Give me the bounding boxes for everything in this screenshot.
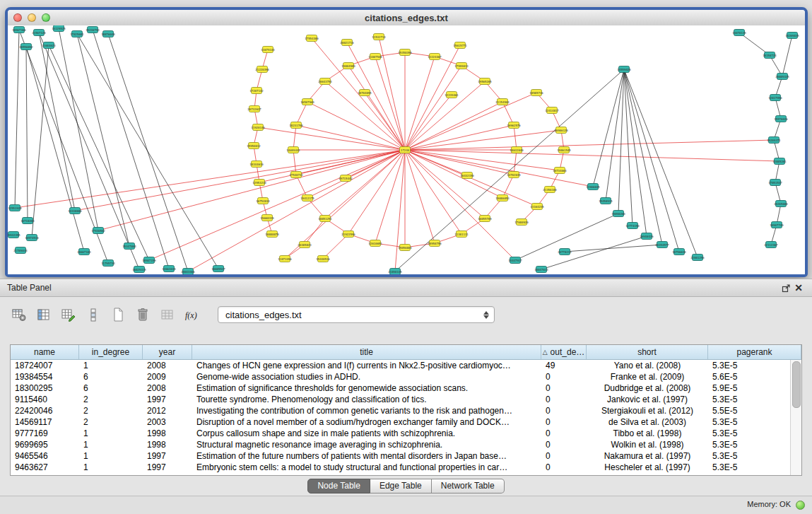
network-node[interactable]: 21890145: [388, 269, 402, 275]
rows-button[interactable]: [84, 306, 102, 323]
network-node[interactable]: 17207142: [249, 88, 264, 94]
network-node[interactable]: 16962576: [507, 122, 521, 129]
network-node[interactable]: 20021716: [340, 40, 354, 46]
network-node[interactable]: 19098260: [611, 211, 625, 217]
network-node[interactable]: 17936502: [91, 228, 105, 234]
network-node[interactable]: 20265688: [774, 201, 788, 207]
scrollbar-thumb[interactable]: [792, 361, 801, 408]
close-panel-button[interactable]: ✕: [792, 281, 805, 294]
network-node[interactable]: 12774150: [625, 223, 640, 229]
network-node[interactable]: 15347804: [122, 243, 136, 250]
new-file-button[interactable]: [109, 306, 127, 323]
table-row[interactable]: 911546021997Tourette syndrome. Phenomeno…: [11, 394, 791, 405]
network-node[interactable]: 12953210: [252, 180, 266, 186]
network-node[interactable]: 12663039: [162, 266, 176, 272]
window-titlebar[interactable]: citations_edges.txt: [8, 10, 805, 26]
table-row[interactable]: 969969511998Structural magnetic resonanc…: [11, 439, 791, 450]
network-node[interactable]: 21789034: [13, 247, 28, 254]
network-node[interactable]: 17680920: [514, 219, 529, 226]
network-node[interactable]: 14670139: [732, 30, 746, 36]
network-node[interactable]: 16432150: [460, 173, 474, 179]
network-node[interactable]: 10851251: [318, 216, 332, 222]
network-node[interactable]: 17051537: [768, 180, 782, 186]
network-node[interactable]: 21922596: [341, 231, 355, 238]
table-row[interactable]: 1830029562008Estimation of significance …: [11, 382, 791, 394]
network-node[interactable]: 20643754: [318, 78, 332, 85]
table-settings-button[interactable]: [10, 306, 28, 323]
network-node[interactable]: 14129525: [52, 25, 66, 32]
tab-node-table[interactable]: Node Table: [307, 479, 370, 493]
network-node[interactable]: 12610651: [368, 240, 382, 247]
network-node[interactable]: 18632040: [510, 147, 524, 153]
network-node[interactable]: 11920140: [251, 124, 265, 131]
tab-network-table[interactable]: Network Table: [432, 479, 505, 493]
network-node[interactable]: 19932355: [8, 232, 20, 238]
network-node[interactable]: 12414817: [545, 107, 559, 114]
network-node[interactable]: 11381111: [454, 231, 469, 238]
table-row[interactable]: 2242004622012Investigating the contribut…: [11, 405, 791, 416]
column-header-name[interactable]: name: [11, 345, 79, 359]
network-node[interactable]: 11906845: [586, 184, 600, 190]
network-node[interactable]: 19412175: [300, 195, 314, 201]
column-visibility-button[interactable]: [35, 306, 53, 323]
network-node[interactable]: 19086053: [495, 195, 510, 201]
network-canvas[interactable]: 1724018632040169625762115490419565205179…: [8, 25, 805, 274]
network-node[interactable]: 20889325: [775, 74, 789, 80]
minimize-window-button[interactable]: [28, 13, 36, 22]
network-node[interactable]: 15056804: [398, 245, 412, 251]
network-node[interactable]: 15236793: [86, 27, 100, 33]
network-node[interactable]: 10907749: [770, 222, 784, 228]
network-node[interactable]: 12551928: [8, 205, 22, 211]
network-node[interactable]: 17554300: [305, 35, 319, 42]
network-node[interactable]: 10967366: [12, 27, 26, 33]
network-node[interactable]: 21356108: [543, 187, 557, 193]
network-node[interactable]: 12239461: [445, 92, 459, 98]
memory-status-indicator[interactable]: [796, 501, 805, 510]
network-node[interactable]: 14338806: [68, 208, 82, 214]
network-node[interactable]: 20778214: [558, 249, 572, 255]
network-node[interactable]: 13164235: [530, 204, 544, 210]
network-node[interactable]: 15950012: [247, 143, 261, 149]
network-node[interactable]: 11007548: [368, 54, 382, 60]
network-node[interactable]: 12224467: [428, 54, 442, 60]
network-node[interactable]: 19715442: [339, 175, 353, 182]
network-node[interactable]: 18958756: [428, 240, 442, 247]
network-node[interactable]: 21567128: [32, 30, 46, 36]
network-node[interactable]: 15458915: [599, 198, 613, 204]
table-row[interactable]: 946362711997Embryonic stem cells: a mode…: [11, 462, 791, 473]
table-select-dropdown[interactable]: citations_edges.txt: [218, 306, 495, 323]
edit-table-button[interactable]: [59, 306, 78, 323]
network-node[interactable]: 17548733: [289, 172, 303, 178]
function-builder-button[interactable]: f(x): [183, 306, 201, 323]
network-node[interactable]: 15570026: [774, 116, 788, 122]
network-node[interactable]: 20556892: [19, 44, 33, 50]
column-header-in-degree[interactable]: in_degree: [79, 345, 143, 359]
network-node[interactable]: 20667103: [77, 249, 91, 255]
network-node[interactable]: 18047613: [534, 267, 548, 273]
column-header-pagerank[interactable]: pagerank: [708, 345, 801, 359]
network-node[interactable]: 11795734: [101, 260, 115, 267]
network-node[interactable]: 14559028: [617, 66, 631, 73]
network-node[interactable]: 20385823: [298, 242, 312, 248]
table-row[interactable]: 946554611997Estimation of the future num…: [11, 450, 791, 462]
network-node[interactable]: 20043466: [181, 269, 195, 275]
network-node[interactable]: 20154577: [655, 242, 669, 248]
table-row[interactable]: 1456911722003Disruption of a novel membe…: [11, 416, 791, 428]
network-node[interactable]: 18704095: [358, 90, 372, 96]
network-node[interactable]: 14699441: [286, 147, 300, 153]
network-node[interactable]: 12885261: [772, 158, 787, 165]
network-node[interactable]: 10734064: [553, 168, 567, 174]
network-node[interactable]: 21154904: [495, 99, 510, 105]
delete-button[interactable]: [134, 306, 152, 323]
network-node[interactable]: 18985736: [529, 90, 543, 96]
tab-edge-table[interactable]: Edge Table: [370, 479, 432, 493]
table-row[interactable]: 1872400712008Changes of HCN gene express…: [11, 360, 791, 371]
network-node[interactable]: 14702039: [507, 172, 521, 178]
column-header-title[interactable]: title: [192, 345, 541, 359]
network-node[interactable]: 19668339: [260, 215, 274, 221]
network-node[interactable]: 17825681: [70, 31, 84, 37]
network-node[interactable]: 19565205: [478, 78, 492, 85]
network-node[interactable]: 15448516: [316, 256, 330, 262]
network-node[interactable]: 10574518: [25, 235, 39, 241]
network-node[interactable]: 19209371: [767, 137, 781, 144]
